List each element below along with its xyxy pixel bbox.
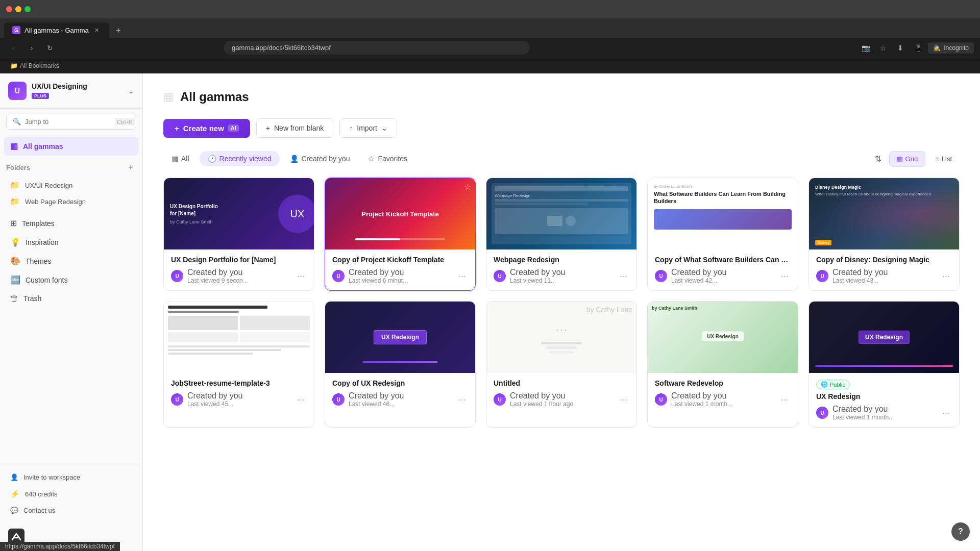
camera-icon[interactable]: 📷 <box>859 41 873 55</box>
card-more-button-7[interactable]: ··· <box>456 393 468 406</box>
cards-grid: UX Design Portfoliofor [Name] by Cathy L… <box>163 178 960 428</box>
card-thumb-9: UX Redesign by Cathy Lane Smith <box>648 302 798 373</box>
card-meta-text-2: Created by you Last viewed 6 minut... <box>349 268 408 284</box>
bookmark-star-icon[interactable]: ☆ <box>876 41 890 55</box>
globe-icon: 🌐 <box>821 381 828 388</box>
folder-item-ux-ui-redesign[interactable]: 📁 UX/UI Redesign <box>4 177 138 193</box>
import-label: Import <box>357 124 377 132</box>
folders-nav: 📁 UX/UI Redesign 📁 Web Page Redesign <box>0 175 142 212</box>
inspiration-icon: 💡 <box>10 237 20 247</box>
invite-button[interactable]: 👤 Invite to workspace <box>4 469 138 485</box>
card-more-button-9[interactable]: ··· <box>779 393 791 406</box>
workspace-header[interactable]: U UX/UI Designing PLUS ⌄ <box>0 73 142 109</box>
card-disney[interactable]: Disney Design MagicWhat Disney can teach… <box>808 178 960 291</box>
card-software-builders[interactable]: by Cathy Lane Smith What Software Builde… <box>647 178 798 291</box>
card-meta-text-5: Created by you Last viewed 43... <box>832 268 888 284</box>
card-more-button-4[interactable]: ··· <box>779 270 791 283</box>
card-ux-portfolio[interactable]: UX Design Portfoliofor [Name] by Cathy L… <box>163 178 314 291</box>
folder-item-web-page-redesign[interactable]: 📁 Web Page Redesign <box>4 193 138 210</box>
address-bar: ‹ › ↻ 📷 ☆ ⬇ 📱 🕵 Incognito <box>0 38 980 58</box>
card-meta-9: U Created by you Last viewed 1 month... … <box>655 391 791 408</box>
tab-close-button[interactable]: ✕ <box>93 26 101 34</box>
new-from-blank-button[interactable]: + New from blank <box>256 118 333 138</box>
create-new-label: Create new <box>183 124 224 133</box>
forward-button[interactable]: › <box>24 41 39 55</box>
contact-icon: 💬 <box>10 507 18 514</box>
add-folder-button[interactable]: + <box>125 162 136 173</box>
browser-titlebar <box>0 0 980 18</box>
close-button[interactable] <box>6 6 12 12</box>
active-tab[interactable]: G All gammas - Gamma ✕ <box>4 22 109 38</box>
filter-all-label: All <box>181 155 189 163</box>
browser-tabs: G All gammas - Gamma ✕ + <box>0 18 980 38</box>
card-meta-2: U Created by you Last viewed 6 minut... … <box>332 268 468 284</box>
card-meta-text-3: Created by you Last viewed 11... <box>510 268 566 284</box>
bookmarks-label[interactable]: 📁 All Bookmarks <box>6 62 63 69</box>
user-avatar-1: U <box>171 270 183 282</box>
new-tab-button[interactable]: + <box>111 23 126 38</box>
minimize-button[interactable] <box>15 6 21 12</box>
filter-all[interactable]: ▦ All <box>163 151 198 166</box>
card-title-6: JobStreet-resume-template-3 <box>171 379 307 387</box>
bookmarks-bar: 📁 All Bookmarks <box>0 58 980 73</box>
sidebar-item-custom-fonts[interactable]: 🔤 Custom fonts <box>4 270 138 289</box>
invite-icon: 👤 <box>10 473 18 481</box>
card-meta-text-8: Created by you Last viewed 1 hour ago <box>510 391 573 408</box>
card-jobstreet[interactable]: JobStreet-resume-template-3 U Created by… <box>163 301 314 428</box>
card-info-4: Copy of What Software Builders Can Learn… <box>648 249 798 290</box>
help-button[interactable]: ? <box>951 522 970 541</box>
contact-button[interactable]: 💬 Contact us <box>4 503 138 518</box>
device-icon[interactable]: 📱 <box>911 41 925 55</box>
card-thumb-5: Disney Design MagicWhat Disney can teach… <box>809 178 959 249</box>
filter-recently-viewed[interactable]: 🕐 Recently viewed <box>200 151 280 166</box>
main-content: ▦ All gammas + Create new AI + New from … <box>143 73 980 551</box>
card-webpage-redesign[interactable]: Webpage Redesign Webpage Redesign <box>486 178 637 291</box>
sort-button[interactable]: ⇅ <box>870 150 887 167</box>
sidebar-search[interactable]: 🔍 Ctrl+K <box>6 114 136 130</box>
card-more-button-5[interactable]: ··· <box>940 270 952 283</box>
card-untitled[interactable]: ··· by Cathy Lane Untitled U Created by … <box>486 301 637 428</box>
card-more-button-1[interactable]: ··· <box>295 270 307 283</box>
search-input[interactable] <box>25 118 111 126</box>
card-meta-left-1: U Created by you Last viewed 9 secon... <box>171 268 248 284</box>
custom-fonts-label: Custom fonts <box>26 276 67 284</box>
download-icon[interactable]: ⬇ <box>893 41 908 55</box>
sidebar-item-trash[interactable]: 🗑 Trash <box>4 289 138 308</box>
card-meta-5: U Created by you Last viewed 43... ··· <box>816 268 952 284</box>
card-info-6: JobStreet-resume-template-3 U Created by… <box>164 373 314 414</box>
filter-favorites[interactable]: ☆ Favorites <box>360 151 415 166</box>
workspace-chevron-icon[interactable]: ⌄ <box>128 87 134 95</box>
card-meta-left-5: U Created by you Last viewed 43... <box>816 268 888 284</box>
sidebar-item-themes[interactable]: 🎨 Themes <box>4 252 138 270</box>
sidebar-bottom: 👤 Invite to workspace ⚡ 640 credits 💬 Co… <box>0 465 142 522</box>
card-ux-redesign-public[interactable]: UX Redesign 🌐 Public UX Redesign U Creat… <box>808 301 960 428</box>
card-more-button-10[interactable]: ··· <box>940 407 952 419</box>
folder-ux-label: UX/UI Redesign <box>25 182 72 189</box>
contact-label: Contact us <box>23 507 55 514</box>
card-ux-redesign-copy[interactable]: UX Redesign Copy of UX Redesign U Create… <box>325 301 476 428</box>
card-more-button-8[interactable]: ··· <box>618 393 629 406</box>
card-thumb-1: UX Design Portfoliofor [Name] by Cathy L… <box>164 178 314 249</box>
card-info-2: Copy of Project Kickoff Template U Creat… <box>325 249 475 290</box>
back-button[interactable]: ‹ <box>6 41 20 55</box>
url-bar[interactable] <box>224 41 530 55</box>
create-new-button[interactable]: + Create new AI <box>163 119 250 138</box>
import-button[interactable]: ↑ Import ⌄ <box>339 118 397 138</box>
sidebar-item-all-gammas[interactable]: ▦ All gammas <box>4 137 138 156</box>
card-more-button-2[interactable]: ··· <box>456 270 468 283</box>
sidebar-item-inspiration[interactable]: 💡 Inspiration <box>4 233 138 252</box>
card-more-button-6[interactable]: ··· <box>295 393 307 406</box>
card-title-5: Copy of Disney: Designing Magic <box>816 256 952 264</box>
filter-created-by-you[interactable]: 👤 Created by you <box>282 151 358 166</box>
credits-item[interactable]: ⚡ 640 credits <box>4 485 138 503</box>
refresh-button[interactable]: ↻ <box>43 41 57 55</box>
profile-button[interactable]: 🕵 Incognito <box>928 42 974 54</box>
grid-view-button[interactable]: ▦ Grid <box>889 151 926 167</box>
maximize-button[interactable] <box>24 6 31 12</box>
card-project-kickoff[interactable]: Project Kickoff Template ☆ Copy of Proje… <box>325 178 476 291</box>
sidebar-item-templates[interactable]: ⊞ Templates <box>4 214 138 233</box>
sidebar-nav: ▦ All gammas <box>0 135 142 158</box>
list-view-button[interactable]: ≡ List <box>927 151 960 167</box>
card-more-button-3[interactable]: ··· <box>618 270 629 283</box>
card-software-redevelop[interactable]: UX Redesign by Cathy Lane Smith Software… <box>647 301 798 428</box>
